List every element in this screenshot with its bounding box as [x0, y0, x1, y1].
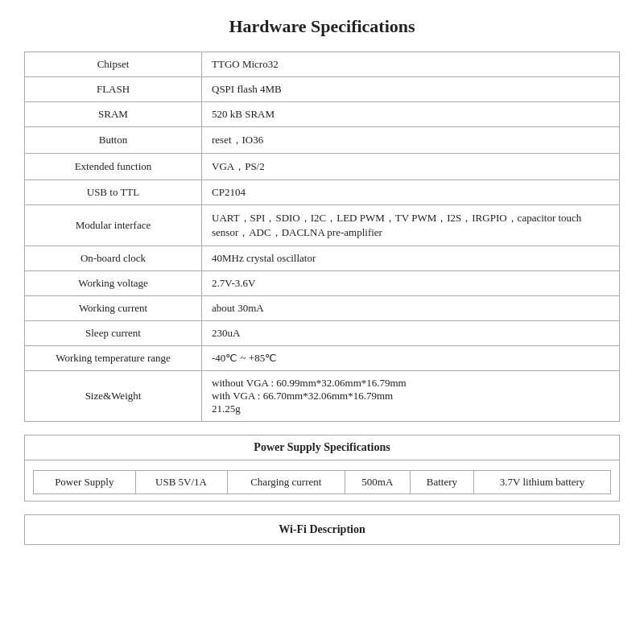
row-label: Modular interface	[25, 205, 202, 246]
size-weight-label: Size&Weight	[25, 371, 202, 422]
row-value: CP2104	[202, 180, 620, 205]
table-row: Sleep current230uA	[25, 321, 620, 346]
row-value: 230uA	[202, 321, 620, 346]
power-col-label: Charging current	[227, 471, 345, 494]
row-value: 2.7V-3.6V	[202, 271, 620, 296]
row-label: Working current	[25, 296, 202, 321]
row-value: TTGO Micro32	[202, 52, 620, 77]
table-row: Modular interfaceUART，SPI，SDIO，I2C，LED P…	[25, 205, 620, 246]
power-row: Power SupplyUSB 5V/1ACharging current500…	[34, 471, 611, 494]
table-row: On-board clock40MHz crystal oscillator	[25, 246, 620, 271]
power-inner-table: Power SupplyUSB 5V/1ACharging current500…	[33, 470, 611, 494]
row-value: UART，SPI，SDIO，I2C，LED PWM，TV PWM，I2S，IRG…	[202, 205, 620, 246]
row-value: VGA，PS/2	[202, 154, 620, 180]
power-section-header: Power Supply Specifications	[25, 436, 620, 460]
wifi-section-table: Wi-Fi Description	[24, 514, 620, 545]
table-row: USB to TTLCP2104	[25, 180, 620, 205]
table-row: SRAM520 kB SRAM	[25, 102, 620, 127]
table-row: Working voltage2.7V-3.6V	[25, 271, 620, 296]
power-section-table: Power Supply Specifications Power Supply…	[24, 435, 620, 502]
row-label: Sleep current	[25, 321, 202, 346]
row-value: 520 kB SRAM	[202, 102, 620, 127]
row-label: FLASH	[25, 77, 202, 102]
size-weight-row: Size&Weightwithout VGA : 60.99mm*32.06mm…	[25, 371, 620, 422]
power-col-value: USB 5V/1A	[135, 471, 227, 494]
row-label: Working temperature range	[25, 346, 202, 371]
row-label: Chipset	[25, 52, 202, 77]
table-row: Working temperature range-40℃ ~ +85℃	[25, 346, 620, 371]
page-title: Hardware Specifications	[24, 16, 620, 37]
row-value: QSPI flash 4MB	[202, 77, 620, 102]
table-row: FLASHQSPI flash 4MB	[25, 77, 620, 102]
table-row: Extended functionVGA，PS/2	[25, 154, 620, 180]
power-inner-container: Power SupplyUSB 5V/1ACharging current500…	[25, 460, 620, 502]
row-value: -40℃ ~ +85℃	[202, 346, 620, 371]
power-col-value: 3.7V lithium battery	[474, 471, 611, 494]
size-weight-value: without VGA : 60.99mm*32.06mm*16.79mm wi…	[202, 371, 620, 422]
row-label: On-board clock	[25, 246, 202, 271]
specs-table: ChipsetTTGO Micro32FLASHQSPI flash 4MBSR…	[24, 52, 620, 422]
table-row: Buttonreset，IO36	[25, 127, 620, 154]
row-label: Working voltage	[25, 271, 202, 296]
row-value: reset，IO36	[202, 127, 620, 154]
table-row: ChipsetTTGO Micro32	[25, 52, 620, 77]
row-label: Extended function	[25, 154, 202, 180]
row-label: Button	[25, 127, 202, 154]
table-row: Working currentabout 30mA	[25, 296, 620, 321]
power-col-label: Battery	[410, 471, 474, 494]
row-value: 40MHz crystal oscillator	[202, 246, 620, 271]
power-col-label: Power Supply	[34, 471, 136, 494]
row-label: USB to TTL	[25, 180, 202, 205]
row-value: about 30mA	[202, 296, 620, 321]
row-label: SRAM	[25, 102, 202, 127]
power-col-value: 500mA	[345, 471, 411, 494]
wifi-label: Wi-Fi Description	[25, 515, 620, 545]
